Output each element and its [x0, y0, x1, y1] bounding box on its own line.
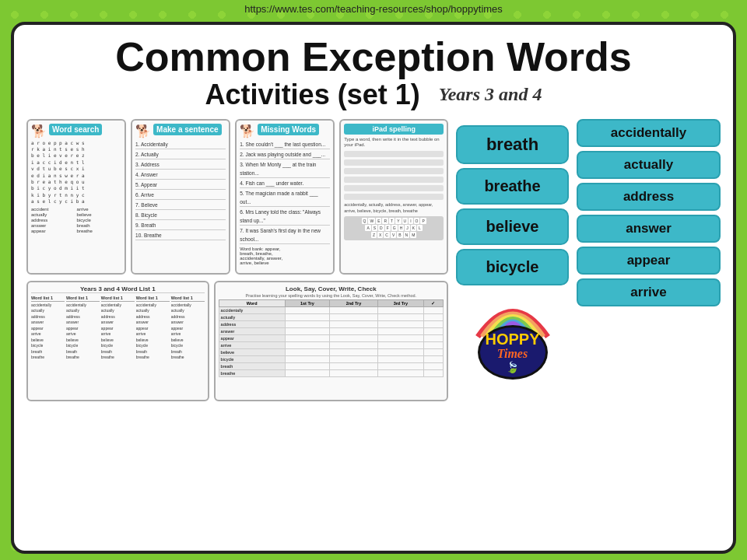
look-say-card: Look, Say, Cover, Write, Check Practise …: [214, 281, 448, 401]
missing-words-header: Missing Words: [258, 124, 319, 135]
badge-address: address: [577, 183, 721, 211]
wordsearch-card: 🐕 Word search a r o e p p a c w s r k a …: [26, 119, 126, 275]
badge-actually: actually: [577, 151, 721, 179]
center-word-bicycle: bicycle: [456, 249, 569, 285]
subtitle: Activities (set 1): [205, 79, 420, 111]
missing-wordlist: Word bank: appear, breath, breathe, acci…: [240, 247, 330, 265]
badge-appear: appear: [577, 247, 721, 275]
missing-lines: 1. She couldn't ___ the last question...…: [240, 140, 330, 246]
hoppy-logo: HOPPY Times 🍃: [470, 294, 556, 380]
look-say-table: Word 1st Try 2nd Try 3rd Try ✓ accidenta…: [219, 299, 444, 377]
url-bar: https://www.tes.com/teaching-resources/s…: [0, 0, 747, 18]
title-section: Common Exception Words Activities (set 1…: [26, 36, 721, 116]
make-sentence-card: 🐕 Make a sentence 1. Accidentally 2. Act…: [131, 119, 230, 275]
leaf-icon: 🍃: [506, 361, 519, 373]
years-label: Years 3 and 4: [439, 84, 542, 105]
missing-words-card: 🐕 Missing Words 1. She couldn't ___ the …: [235, 119, 335, 275]
ipad-wordlist: accidentally, actually, address, answer,…: [344, 202, 444, 214]
word-list-columns: Word list 1 accidentallyactuallyaddress …: [31, 295, 205, 361]
hoppy-label: HOPPY Times 🍃: [478, 325, 548, 380]
hoppy-text: HOPPY: [485, 331, 539, 347]
wordsearch-wordlist: accidentarrive actuallybelieve addressbi…: [31, 207, 121, 233]
badge-arrive: arrive: [577, 278, 721, 306]
ipad-text-lines: [344, 151, 444, 200]
center-word-breath: breath: [456, 125, 569, 164]
badge-answer: answer: [577, 215, 721, 243]
word-list-card: Years 3 and 4 Word List 1 Word list 1 ac…: [26, 281, 209, 401]
badge-accidentally: accidentally: [577, 119, 721, 147]
wordsearch-grid: a r o e p p a c w s r k a i n t s e s h …: [31, 140, 121, 205]
ipad-card: iPad spelling Type a word, then write it…: [339, 119, 448, 275]
main-card: Common Exception Words Activities (set 1…: [11, 22, 736, 554]
center-word-believe: believe: [456, 208, 569, 245]
look-say-title: Look, Say, Cover, Write, Check: [219, 285, 444, 292]
wordsearch-header: Word search: [49, 124, 102, 135]
look-say-desc: Practise learning your spelling words by…: [219, 293, 444, 298]
ipad-desc: Type a word, then write it in the text b…: [344, 137, 444, 149]
main-title: Common Exception Words: [26, 36, 721, 79]
ipad-header: iPad spelling: [344, 124, 444, 135]
sentence-lines: 1. Accidentally 2. Actually 3. Address 4…: [135, 140, 226, 241]
word-list-title: Years 3 and 4 Word List 1: [31, 285, 205, 293]
make-sentence-header: Make a sentence: [153, 124, 222, 135]
times-text: Times: [497, 347, 528, 361]
center-word-breathe: breathe: [456, 168, 569, 205]
keyboard: QWERTYUIOP ASDFGHJKL ZXCVBNM: [344, 216, 444, 240]
